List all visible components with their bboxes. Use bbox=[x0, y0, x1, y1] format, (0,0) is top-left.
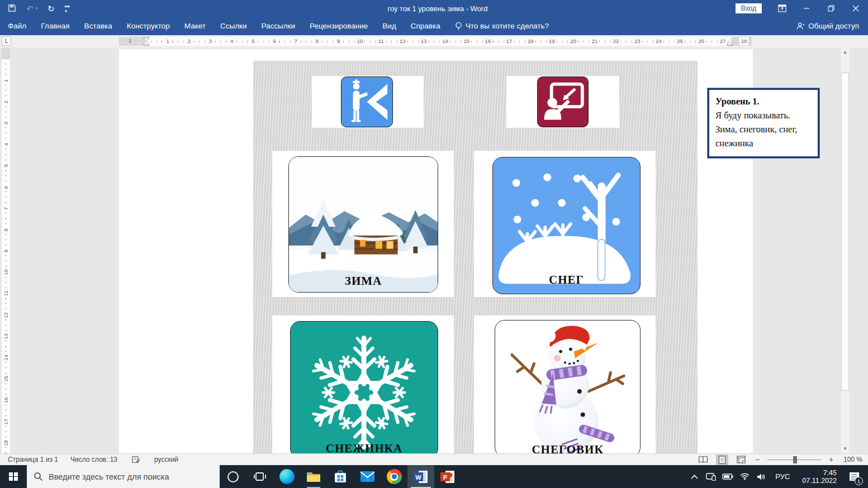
zoom-slider-knob[interactable] bbox=[793, 456, 797, 463]
vertical-ruler-number: 11 bbox=[2, 283, 10, 304]
ruler-number: 23 bbox=[627, 37, 648, 46]
ribbon-tab[interactable]: Ссылки bbox=[220, 22, 247, 30]
vertical-ruler-number: 6 bbox=[2, 176, 10, 198]
share-button[interactable]: Общий доступ bbox=[796, 22, 868, 30]
ribbon-display-options-icon[interactable] bbox=[770, 0, 794, 17]
ribbon-tab[interactable]: Рассылки bbox=[262, 22, 296, 30]
card-backing-zima: ЗИМА bbox=[272, 151, 454, 297]
ruler-number: 21 bbox=[584, 37, 605, 46]
volume-icon[interactable] bbox=[754, 465, 769, 488]
page-count[interactable]: Страница 1 из 1 bbox=[8, 456, 58, 463]
horizontal-ruler[interactable]: 1 12345678910111213141516171819202122232… bbox=[119, 37, 752, 46]
scrollbar-thumb[interactable] bbox=[841, 73, 849, 391]
mail-button[interactable] bbox=[354, 465, 381, 488]
vertical-ruler-number: 8 bbox=[2, 219, 10, 240]
powerpoint-button[interactable]: P bbox=[434, 465, 461, 488]
chrome-icon bbox=[387, 469, 402, 484]
file-explorer-button[interactable] bbox=[300, 465, 327, 488]
ruler-number: 14 bbox=[434, 37, 456, 46]
tell-me-box[interactable]: Что вы хотите сделать? bbox=[455, 22, 549, 31]
ribbon-tab[interactable]: Конструктор bbox=[127, 22, 170, 30]
zoom-slider[interactable] bbox=[767, 454, 821, 465]
scroll-down-icon[interactable]: ▼ bbox=[841, 444, 850, 453]
card-snezhinka[interactable]: СНЕЖИНКА bbox=[290, 321, 438, 453]
ribbon-tab[interactable]: Вставка bbox=[84, 22, 112, 30]
ribbon-tab[interactable]: Рецензирование bbox=[310, 22, 368, 30]
vertical-ruler-number: 3 bbox=[2, 112, 10, 133]
ruler-number: 17 bbox=[499, 37, 520, 46]
battery-icon[interactable] bbox=[720, 465, 735, 488]
ruler-number: 12 bbox=[392, 37, 413, 46]
word-taskbar-button[interactable]: W bbox=[407, 465, 434, 488]
vertical-ruler-numbers: 123456789101112131415161718 bbox=[2, 70, 10, 453]
card-backing-snezhinka: СНЕЖИНКА bbox=[272, 315, 454, 453]
edge-icon bbox=[279, 469, 295, 484]
close-button[interactable] bbox=[843, 0, 868, 17]
vertical-ruler[interactable]: 123456789101112131415161718 bbox=[2, 47, 10, 453]
edge-button[interactable] bbox=[273, 465, 300, 488]
ribbon-tab[interactable]: Макет bbox=[184, 22, 206, 30]
sign-in-button[interactable]: Вход bbox=[736, 3, 762, 13]
print-layout-icon[interactable] bbox=[716, 454, 728, 465]
save-icon[interactable] bbox=[8, 4, 16, 13]
web-layout-icon[interactable] bbox=[735, 454, 747, 465]
title-bar: ↶ ▾ ↻ ▬▾ гоу ток 1 уровень зима - Word В… bbox=[0, 0, 868, 17]
powerpoint-icon: P bbox=[440, 470, 456, 484]
read-mode-icon[interactable] bbox=[697, 454, 709, 465]
zoom-in-button[interactable]: + bbox=[828, 455, 834, 464]
ruler-number: 1 bbox=[157, 37, 178, 46]
start-button[interactable] bbox=[0, 465, 27, 488]
tray-chevron-icon[interactable] bbox=[687, 465, 701, 488]
zoom-level[interactable]: 100 % bbox=[841, 456, 862, 463]
ribbon-tab[interactable]: Файл bbox=[8, 22, 26, 30]
ruler-number: 13 bbox=[413, 37, 434, 46]
action-center-button[interactable]: 1 bbox=[845, 465, 864, 488]
card-sneg[interactable]: СНЕГ bbox=[492, 157, 641, 294]
card-snegovik[interactable]: СНЕГОВИК bbox=[495, 320, 641, 453]
pointing-person-arrow-icon[interactable] bbox=[341, 76, 393, 127]
file-explorer-icon bbox=[306, 470, 321, 484]
microsoft-store-button[interactable] bbox=[327, 465, 354, 488]
language-status[interactable]: русский bbox=[154, 456, 178, 463]
presenter-board-icon[interactable] bbox=[537, 76, 589, 127]
system-tray: РУС 7:45 07.11.2022 1 bbox=[687, 465, 868, 488]
cortana-button[interactable] bbox=[220, 465, 246, 488]
redo-icon[interactable]: ↻ bbox=[48, 4, 55, 13]
task-view-button[interactable] bbox=[246, 465, 273, 488]
chrome-button[interactable] bbox=[381, 465, 407, 488]
level-note-textbox[interactable]: Уровень 1. Я буду показывать. Зима, снег… bbox=[708, 88, 819, 158]
minimize-button[interactable] bbox=[794, 0, 819, 17]
card-backing-sneg: СНЕГ bbox=[474, 151, 656, 297]
ribbon-tab[interactable]: Вид bbox=[382, 22, 396, 30]
undo-icon[interactable]: ↶ bbox=[26, 4, 34, 13]
keyboard-language[interactable]: РУС bbox=[771, 472, 794, 481]
document-area: 123456789101112131415161718 bbox=[0, 47, 868, 453]
customize-quick-access-icon[interactable]: ▬▾ bbox=[65, 3, 70, 14]
vertical-scrollbar[interactable]: ▲ ▼ bbox=[840, 47, 850, 453]
document-page[interactable]: Уровень 1. Я буду показывать. Зима, снег… bbox=[119, 49, 753, 453]
wifi-icon[interactable] bbox=[737, 465, 752, 488]
tab-stop-selector[interactable]: L bbox=[2, 36, 11, 46]
taskbar-search[interactable] bbox=[27, 465, 220, 488]
scroll-up-icon[interactable]: ▲ bbox=[841, 47, 850, 57]
word-count[interactable]: Число слов: 13 bbox=[70, 456, 117, 463]
ribbon-tab[interactable]: Главная bbox=[41, 22, 69, 30]
vertical-ruler-number: 5 bbox=[2, 155, 10, 176]
card-zima[interactable]: ЗИМА bbox=[288, 156, 438, 293]
undo-dropdown-icon[interactable]: ▾ bbox=[36, 6, 38, 11]
lightbulb-icon bbox=[455, 22, 462, 31]
zoom-out-button[interactable]: − bbox=[754, 455, 761, 464]
ruler-number: 11 bbox=[371, 37, 392, 46]
ribbon-tab[interactable]: Справка bbox=[411, 22, 440, 30]
ruler-number: 5 bbox=[243, 37, 264, 46]
proofing-status-icon[interactable] bbox=[130, 454, 142, 465]
ruler-number: 16 bbox=[477, 37, 499, 46]
ruler-number: 19 bbox=[541, 37, 562, 46]
svg-text:P: P bbox=[443, 473, 447, 480]
device-icon[interactable] bbox=[704, 465, 718, 488]
clock[interactable]: 7:45 07.11.2022 bbox=[796, 469, 842, 485]
search-input[interactable] bbox=[49, 472, 213, 481]
ruler-margin-number: 1 bbox=[127, 37, 133, 44]
restore-button[interactable] bbox=[819, 0, 843, 17]
ruler-number: 24 bbox=[648, 37, 669, 46]
